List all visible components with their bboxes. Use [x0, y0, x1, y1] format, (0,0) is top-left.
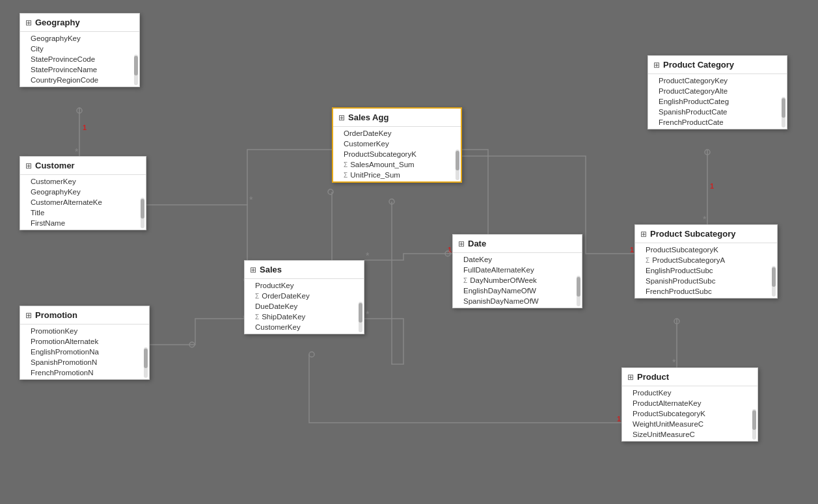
table-productsubcategory-body: ProductSubcategoryK ΣProductSubcategoryA…	[635, 243, 777, 298]
table-productsubcategory-header: ⊞ Product Subcategory	[635, 225, 777, 243]
table-customer-body: CustomerKey GeographyKey CustomerAlterna…	[20, 175, 146, 230]
field-englishdaynameofweek: EnglishDayNameOfW	[453, 285, 582, 296]
field-productsubcategoryk: ProductSubcategoryK	[635, 245, 777, 255]
table-promotion[interactable]: ⊞ Promotion PromotionKey PromotionAltern…	[20, 306, 150, 380]
field-productkey: ProductKey	[245, 280, 364, 291]
table-promotion-title: Promotion	[35, 310, 77, 320]
table-productcategory-body: ProductCategoryKey ProductCategoryAlte E…	[648, 74, 787, 129]
svg-text:*: *	[366, 309, 370, 319]
field-countryregioncode: CountryRegionCode	[20, 75, 139, 85]
table-salesagg-body: OrderDateKey CustomerKey ProductSubcateg…	[333, 127, 461, 181]
field-englishpromotion: EnglishPromotionNa	[20, 347, 149, 357]
field-city: City	[20, 44, 139, 54]
table-customer[interactable]: ⊞ Customer CustomerKey GeographyKey Cust…	[20, 156, 146, 230]
svg-text:*: *	[75, 146, 79, 157]
table-sales-body: ProductKey ΣOrderDateKey DueDateKey ΣShi…	[245, 279, 364, 334]
field-customerkey: CustomerKey	[20, 176, 146, 187]
svg-text:*: *	[366, 250, 370, 261]
field-spanishproductcate: SpanishProductCate	[648, 107, 787, 117]
field-title: Title	[20, 207, 146, 218]
table-geography-title: Geography	[35, 18, 80, 27]
field-frenchproductcate: FrenchProductCate	[648, 117, 787, 127]
field-frenchpromotion: FrenchPromotionN	[20, 367, 149, 378]
table-icon: ⊞	[25, 18, 32, 27]
table-date-header: ⊞ Date	[453, 235, 582, 253]
table-promotion-body: PromotionKey PromotionAlternatek English…	[20, 325, 149, 379]
table-productsubcategory[interactable]: ⊞ Product Subcategory ProductSubcategory…	[634, 224, 778, 298]
field-productsubcategorykey: ProductSubcategoryK	[333, 149, 461, 159]
field-unitprice-sum: ΣUnitPrice_Sum	[333, 170, 461, 180]
svg-point-11	[328, 189, 333, 194]
svg-text:1: 1	[83, 124, 87, 131]
field-fulldatealternatekey: FullDateAlternateKey	[453, 265, 582, 275]
table-geography-header: ⊞ Geography	[20, 14, 139, 32]
svg-point-23	[705, 150, 710, 155]
field-customerkey: CustomerKey	[245, 322, 364, 332]
field-stateprovincecode: StateProvinceCode	[20, 54, 139, 64]
field-promotionalternatek: PromotionAlternatek	[20, 336, 149, 347]
table-product-body: ProductKey ProductAlternateKey ProductSu…	[622, 386, 757, 441]
table-salesagg-header: ⊞ Sales Agg	[333, 109, 461, 127]
field-spanishpromotion: SpanishPromotionN	[20, 357, 149, 367]
svg-text:1: 1	[448, 246, 452, 254]
field-customerkey2: CustomerKey	[333, 139, 461, 149]
table-productsubcategory-title: Product Subcategory	[650, 229, 735, 239]
diagram-canvas: * 1 1 1 * 1 * * * * 1 * 1 *	[0, 0, 818, 504]
table-customer-header: ⊞ Customer	[20, 157, 146, 175]
table-icon: ⊞	[458, 239, 465, 248]
field-weightunitmeasurec: WeightUnitMeasureC	[622, 419, 757, 429]
field-firstname: FirstName	[20, 218, 146, 228]
field-englishproductcateg: EnglishProductCateg	[648, 96, 787, 107]
table-geography[interactable]: ⊞ Geography GeographyKey City StateProvi…	[20, 13, 140, 87]
svg-point-25	[674, 319, 679, 324]
table-icon: ⊞	[25, 311, 32, 320]
table-productcategory-header: ⊞ Product Category	[648, 56, 787, 74]
table-product-title: Product	[637, 372, 669, 382]
svg-text:*: *	[672, 357, 676, 367]
field-promotionkey: PromotionKey	[20, 326, 149, 336]
table-salesagg-title: Sales Agg	[348, 113, 389, 122]
field-geographykey: GeographyKey	[20, 187, 146, 197]
field-shipdatekey: ΣShipDateKey	[245, 312, 364, 322]
table-salesagg[interactable]: ⊞ Sales Agg OrderDateKey CustomerKey Pro…	[332, 107, 462, 183]
field-productsubcategoryk2: ProductSubcategoryK	[622, 408, 757, 419]
field-frenchproductsubc: FrenchProductSubc	[635, 286, 777, 297]
svg-point-1	[77, 108, 82, 113]
svg-point-9	[189, 342, 195, 347]
table-product-header: ⊞ Product	[622, 368, 757, 386]
table-date-title: Date	[468, 239, 486, 248]
field-customeralternateke: CustomerAlternateKe	[20, 197, 146, 207]
field-productkey2: ProductKey	[622, 388, 757, 398]
field-productcategorykey: ProductCategoryKey	[648, 75, 787, 86]
svg-text:1: 1	[710, 182, 714, 190]
field-orderdatekey2: OrderDateKey	[333, 128, 461, 139]
field-geographykey: GeographyKey	[20, 33, 139, 44]
field-spanishproductsubc: SpanishProductSubc	[635, 276, 777, 286]
field-productcategoryalte: ProductCategoryAlte	[648, 86, 787, 96]
field-productalternatekey: ProductAlternateKey	[622, 398, 757, 408]
table-productcategory[interactable]: ⊞ Product Category ProductCategoryKey Pr…	[648, 55, 787, 129]
table-promotion-header: ⊞ Promotion	[20, 306, 149, 325]
table-product[interactable]: ⊞ Product ProductKey ProductAlternateKey…	[621, 367, 758, 442]
table-icon: ⊞	[250, 265, 256, 274]
field-englishproductsubc: EnglishProductSubc	[635, 265, 777, 276]
svg-text:*: *	[703, 214, 707, 224]
field-salesamount-sum: ΣSalesAmount_Sum	[333, 159, 461, 170]
svg-point-18	[445, 251, 450, 256]
field-spanishdaynameofw: SpanishDayNameOfW	[453, 296, 582, 306]
table-date-body: DateKey FullDateAlternateKey ΣDayNumberO…	[453, 253, 582, 308]
field-duedatekey: DueDateKey	[245, 301, 364, 312]
svg-text:1: 1	[630, 246, 634, 254]
table-icon: ⊞	[640, 230, 647, 239]
table-sales[interactable]: ⊞ Sales ProductKey ΣOrderDateKey DueDate…	[244, 260, 364, 334]
table-icon: ⊞	[653, 60, 660, 70]
table-date[interactable]: ⊞ Date DateKey FullDateAlternateKey ΣDay…	[452, 234, 582, 308]
table-productcategory-title: Product Category	[663, 60, 734, 70]
field-stateprovincename: StateProvinceName	[20, 64, 139, 75]
field-productsubcategorya: ΣProductSubcategoryA	[635, 255, 777, 265]
svg-text:1: 1	[617, 415, 621, 423]
table-sales-header: ⊞ Sales	[245, 261, 364, 279]
table-icon: ⊞	[627, 373, 634, 382]
table-icon: ⊞	[338, 113, 345, 122]
table-sales-title: Sales	[260, 265, 282, 274]
